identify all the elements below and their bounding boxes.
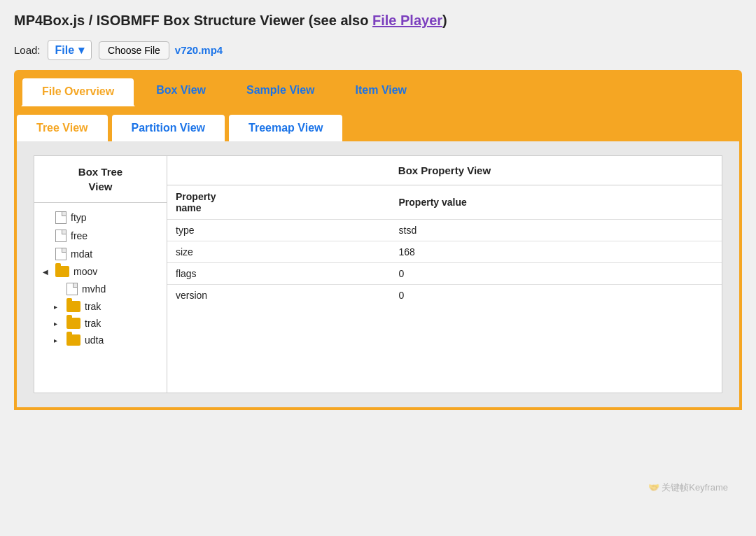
chevron-down-icon: ▾ <box>78 43 84 57</box>
tree-item-label: trak <box>85 301 101 312</box>
box-viewer: Box TreeView ftyp free <box>34 155 722 393</box>
property-value-version: 0 <box>391 285 722 306</box>
tree-item-udta[interactable]: ▸ udta <box>34 332 167 348</box>
tree-item-mdat[interactable]: mdat <box>34 245 167 263</box>
file-player-link[interactable]: File Player <box>372 13 442 28</box>
load-label: Load: <box>14 44 41 56</box>
main-area: Tree View Partition View Treemap View Bo… <box>14 108 742 410</box>
tree-item-mvhd[interactable]: mvhd <box>34 280 167 298</box>
property-row-version: version 0 <box>167 285 722 306</box>
property-row-flags: flags 0 <box>167 263 722 285</box>
expand-arrow-icon: ▸ <box>54 303 62 311</box>
tab-tree-view[interactable]: Tree View <box>15 113 109 141</box>
tree-item-label: moov <box>74 266 97 277</box>
choose-file-button[interactable]: Choose File <box>99 41 169 59</box>
property-row-size: size 168 <box>167 241 722 263</box>
file-name-display: v720.mp4 <box>175 44 223 56</box>
tree-item-label: ftyp <box>71 212 87 223</box>
property-name-type: type <box>167 220 391 241</box>
property-name-version: version <box>167 285 391 306</box>
load-bar: Load: File ▾ Choose File v720.mp4 <box>14 40 742 60</box>
file-icon <box>55 248 66 260</box>
property-value-size: 168 <box>391 241 722 263</box>
tab-file-overview[interactable]: File Overview <box>21 77 135 106</box>
load-dropdown-value: File <box>55 44 75 57</box>
expand-placeholder <box>43 232 51 240</box>
expand-arrow-icon: ◀ <box>43 268 51 276</box>
load-dropdown[interactable]: File ▾ <box>48 40 92 60</box>
tree-item-label: mdat <box>71 248 92 260</box>
tree-item-free[interactable]: free <box>34 227 167 245</box>
folder-icon <box>66 334 80 346</box>
folder-icon <box>66 301 80 312</box>
expand-arrow-icon: ▸ <box>54 337 62 344</box>
expand-placeholder <box>43 214 51 222</box>
tree-item-label: free <box>71 230 88 241</box>
file-chooser: Choose File v720.mp4 <box>99 41 223 59</box>
property-name-size: size <box>167 241 391 263</box>
file-icon <box>55 211 66 224</box>
tabs-row2: Tree View Partition View Treemap View <box>15 108 741 141</box>
file-icon <box>55 230 66 242</box>
property-col-value-header: Property value <box>391 185 722 220</box>
tree-item-trak-2[interactable]: ▸ trak <box>34 315 167 332</box>
page-title: MP4Box.js / ISOBMFF Box Structure Viewer… <box>14 13 742 29</box>
tab-box-view[interactable]: Box View <box>136 77 225 106</box>
expand-arrow-icon: ▸ <box>54 320 62 327</box>
tree-item-label: udta <box>85 334 104 346</box>
tab-sample-view[interactable]: Sample View <box>227 77 335 106</box>
tree-item-ftyp[interactable]: ftyp <box>34 209 167 227</box>
tree-item-moov[interactable]: ◀ moov <box>34 263 167 280</box>
main-content: Box TreeView ftyp free <box>15 141 741 409</box>
tree-item-trak-1[interactable]: ▸ trak <box>34 298 167 315</box>
tab-treemap-view[interactable]: Treemap View <box>227 113 344 141</box>
property-panel: Box Property View Propertyname Property … <box>167 156 722 393</box>
property-table: Propertyname Property value type stsd si… <box>167 185 722 306</box>
file-icon <box>66 283 78 295</box>
property-value-flags: 0 <box>391 263 722 285</box>
expand-placeholder <box>54 285 62 293</box>
property-value-type: stsd <box>391 220 722 241</box>
folder-icon <box>66 318 80 329</box>
property-row-type: type stsd <box>167 220 722 241</box>
tree-panel-header: Box TreeView <box>34 156 167 203</box>
property-col-name-header: Propertyname <box>167 185 391 220</box>
property-name-flags: flags <box>167 263 391 285</box>
tree-item-label: mvhd <box>82 283 106 295</box>
tab-partition-view[interactable]: Partition View <box>111 113 227 141</box>
tree-item-label: trak <box>85 318 101 329</box>
property-panel-header: Box Property View <box>167 156 722 185</box>
tree-panel: Box TreeView ftyp free <box>34 156 167 393</box>
folder-icon <box>55 266 69 277</box>
tree-items: ftyp free mdat <box>34 203 167 354</box>
tab-item-view[interactable]: Item View <box>336 77 427 106</box>
expand-placeholder <box>43 251 51 258</box>
tabs-row1: File Overview Box View Sample View Item … <box>14 70 742 108</box>
